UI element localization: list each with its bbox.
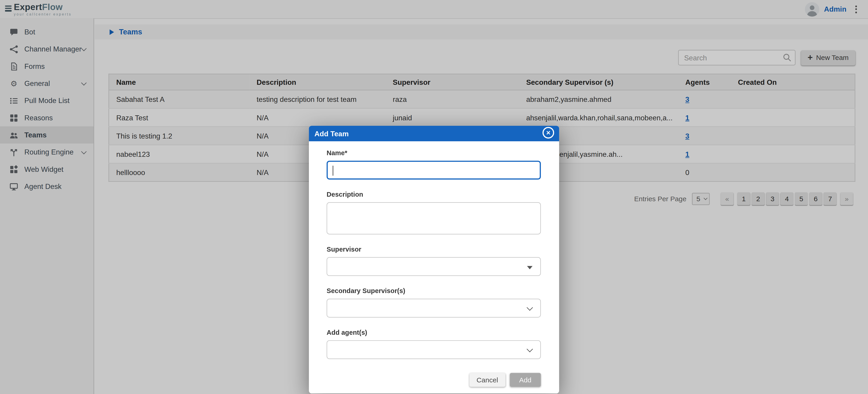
description-field-group: Description <box>327 191 541 234</box>
secondary-supervisor-select[interactable] <box>327 299 541 318</box>
team-name-input[interactable] <box>327 161 541 179</box>
app-root: ExpertFlow your callcenter experts Admin… <box>0 0 868 394</box>
secondary-supervisor-field-group: Secondary Supervisor(s) <box>327 287 541 318</box>
description-textarea[interactable] <box>327 202 541 234</box>
supervisor-select[interactable] <box>327 257 541 276</box>
add-agents-field-group: Add agent(s) <box>327 329 541 359</box>
modal-title: Add Team <box>314 130 349 138</box>
modal-header: Add Team × <box>309 126 559 141</box>
add-button[interactable]: Add <box>510 373 541 387</box>
secondary-supervisor-label: Secondary Supervisor(s) <box>327 287 541 295</box>
chevron-down-icon <box>527 305 533 311</box>
name-field-group: Name* <box>327 149 541 179</box>
name-label: Name* <box>327 149 541 157</box>
dropdown-arrow-icon <box>527 266 532 269</box>
text-caret <box>333 166 334 176</box>
supervisor-field-group: Supervisor <box>327 246 541 276</box>
chevron-down-icon <box>527 346 533 352</box>
modal-footer: Cancel Add <box>309 359 559 394</box>
modal-body: Name* Description Supervisor <box>309 141 559 359</box>
add-team-modal: Add Team × Name* Description Supervisor <box>309 126 559 394</box>
description-label: Description <box>327 191 541 198</box>
add-agents-label: Add agent(s) <box>327 329 541 336</box>
supervisor-label: Supervisor <box>327 246 541 253</box>
close-icon[interactable]: × <box>542 127 554 139</box>
add-agents-select[interactable] <box>327 340 541 359</box>
cancel-button[interactable]: Cancel <box>469 373 505 387</box>
